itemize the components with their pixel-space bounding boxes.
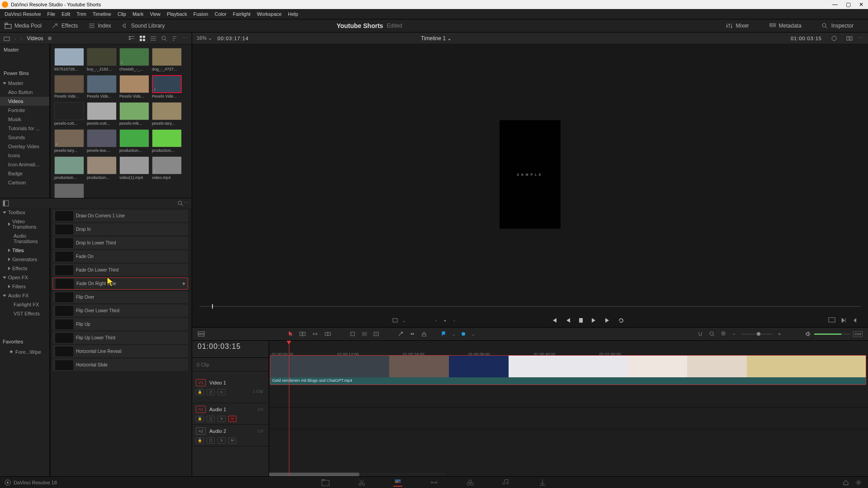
play-reverse-icon[interactable] <box>566 317 571 324</box>
clip-thumb[interactable]: Pexels Vide... <box>87 75 117 99</box>
breadcrumb[interactable]: Videos <box>27 35 43 42</box>
menu-item[interactable]: File <box>47 11 56 17</box>
view-mode-icon[interactable] <box>150 35 156 42</box>
effect-item[interactable]: Horizontal Slide <box>52 359 188 371</box>
effect-item[interactable]: Fade On Lower Third <box>52 264 188 276</box>
favorite-star-icon[interactable]: ★ <box>182 281 186 286</box>
disable-track-button[interactable]: ▭ <box>217 389 226 395</box>
clip-thumb[interactable]: production... <box>152 129 182 153</box>
panel-collapse-icon[interactable] <box>3 200 9 206</box>
bin-item[interactable]: Icons <box>0 151 50 160</box>
mute-button[interactable]: M <box>228 437 236 444</box>
metadata-toggle[interactable]: Metadata <box>769 23 802 29</box>
more-icon[interactable]: ⋯ <box>183 35 188 41</box>
effect-item[interactable]: Draw On Corners 1 Line <box>52 210 188 222</box>
view-grid-icon[interactable] <box>139 35 146 42</box>
master-expand[interactable]: Master <box>0 79 50 88</box>
cut-page-icon[interactable] <box>357 479 366 487</box>
media-pool-toggle[interactable]: Media Pool <box>5 23 42 29</box>
clip-thumb[interactable]: video(1).mp4 <box>119 156 149 180</box>
search-icon[interactable] <box>161 35 167 42</box>
fairlight-page-icon[interactable] <box>502 479 511 487</box>
clip-thumb[interactable]: ♪video.mp4 <box>152 156 182 180</box>
category-titles[interactable]: Titles <box>0 246 50 255</box>
a2-track-header[interactable]: A2Audio 22.0 🔒 ◻ S M <box>192 425 269 446</box>
clip-thumb[interactable]: pexels-tea-... <box>87 129 117 153</box>
clip-thumb[interactable]: production... <box>54 156 84 180</box>
menu-item[interactable]: Fusion <box>193 11 208 17</box>
category-item[interactable]: Effects <box>0 264 50 273</box>
insert-icon[interactable] <box>349 331 356 337</box>
menu-item[interactable]: Edit <box>61 11 70 17</box>
clip-thumb[interactable]: ♪cheetah_-_... <box>119 48 149 71</box>
lock-track-button[interactable]: 🔒 <box>196 389 204 395</box>
effect-item[interactable]: Flip Over Lower Third <box>52 305 188 317</box>
bin-item[interactable]: Overlay Video <box>0 142 50 151</box>
solo-button[interactable]: S <box>217 437 226 444</box>
volume-icon[interactable] <box>805 331 811 337</box>
more-icon[interactable]: ⋯ <box>858 35 863 41</box>
close-button[interactable]: ✕ <box>859 1 863 8</box>
audiofx-header[interactable]: Audio FX <box>0 291 50 300</box>
effect-item[interactable]: Fade On <box>52 250 188 263</box>
clip-thumb[interactable]: pexels-cott... <box>54 102 84 126</box>
video-clip[interactable]: Geld verdienen mit Blogs und ChatGPT.mp4 <box>270 355 866 385</box>
play-icon[interactable] <box>591 317 596 324</box>
auto-select-button[interactable]: ◻ <box>207 416 215 422</box>
overlay-mode-icon[interactable] <box>392 317 398 324</box>
zoom-level[interactable]: 16% ⌄ <box>197 35 212 41</box>
snapping-icon[interactable] <box>697 331 703 337</box>
trim-tool-icon[interactable] <box>299 331 306 337</box>
viewer-scrubber[interactable] <box>192 305 868 314</box>
maximize-button[interactable]: ▢ <box>846 1 851 8</box>
timeline-h-scrollbar[interactable] <box>269 473 445 476</box>
detail-zoom-icon[interactable] <box>721 331 727 337</box>
bin-item[interactable]: Icon Animati... <box>0 160 50 169</box>
menu-item[interactable]: View <box>150 11 160 17</box>
index-toggle[interactable]: Index <box>88 23 111 29</box>
edit-page-icon[interactable] <box>393 479 402 487</box>
favorite-item[interactable]: ★ Fore...Wipe <box>0 347 50 357</box>
full-screen-icon[interactable] <box>828 317 835 323</box>
clip-thumb[interactable]: Pexels Vide... <box>119 75 149 99</box>
bin-icon[interactable] <box>4 35 10 42</box>
effect-item[interactable]: Flip Over <box>52 291 188 303</box>
filters-item[interactable]: Filters <box>0 282 50 291</box>
effect-item[interactable]: Drop In <box>52 223 188 235</box>
last-frame-icon[interactable] <box>604 317 611 324</box>
next-edit-icon[interactable] <box>841 317 846 324</box>
zoom-match-icon[interactable] <box>709 331 715 337</box>
inspector-toggle[interactable]: Inspector <box>821 23 854 29</box>
timeline-view-icon[interactable] <box>198 331 205 337</box>
bypass-icon[interactable] <box>831 35 837 42</box>
category-item[interactable]: Video Transitions <box>0 217 50 231</box>
effect-item[interactable]: Flip Up Lower Third <box>52 332 188 344</box>
menu-item[interactable]: Timeline <box>93 11 111 17</box>
mute-button[interactable]: M <box>228 416 236 422</box>
clip-thumb[interactable] <box>54 183 84 198</box>
lock-button[interactable]: 🔒 <box>196 416 204 422</box>
clip-thumb[interactable]: ♪production... <box>87 156 117 180</box>
loop-icon[interactable] <box>618 317 625 324</box>
dynamic-trim-icon[interactable] <box>311 331 319 337</box>
bin-item[interactable]: Sounds <box>0 133 50 142</box>
bin-item[interactable]: Tutorials for ... <box>0 124 50 133</box>
volume-slider[interactable] <box>814 333 850 335</box>
media-page-icon[interactable] <box>321 479 330 487</box>
stop-icon[interactable] <box>578 317 584 324</box>
openfx-header[interactable]: Open FX <box>0 273 50 282</box>
match-frame-prev[interactable]: ‹ <box>435 318 437 323</box>
sort-icon[interactable] <box>172 35 178 42</box>
menu-item[interactable]: Playback <box>167 11 187 17</box>
viewer-screen[interactable]: SAMPLE <box>500 120 561 229</box>
menu-item[interactable]: Workspace <box>257 11 282 17</box>
clip-thumb[interactable]: pexels-mik... <box>119 102 149 126</box>
bin-item[interactable]: Fortnite <box>0 106 50 115</box>
effects-toggle[interactable]: Effects <box>52 23 78 29</box>
clip-thumb[interactable]: dog_-_4727... <box>152 48 182 71</box>
master-bin[interactable]: Master <box>0 44 50 55</box>
bin-item[interactable]: Musik <box>0 115 50 124</box>
lock-button[interactable]: 🔒 <box>196 437 204 444</box>
menu-item[interactable]: Trim <box>76 11 86 17</box>
clip-thumb[interactable]: pexels-tary... <box>152 102 182 126</box>
